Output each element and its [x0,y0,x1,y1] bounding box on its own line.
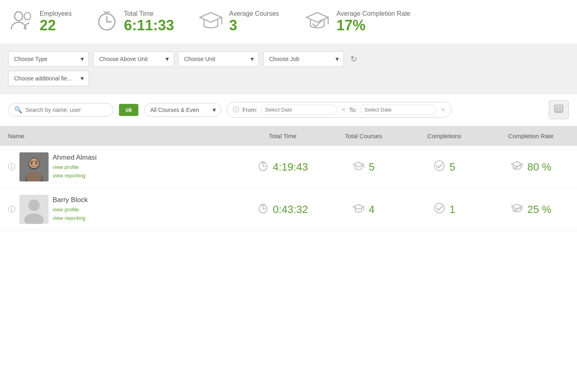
employees-icon [10,8,34,36]
svg-point-21 [36,162,38,164]
avg-courses-icon [198,9,223,35]
name-cell-1: ⓘ [0,146,242,188]
to-date-clear[interactable]: ✕ [440,106,445,114]
avg-completion-label: Average Completion Rate [337,10,411,17]
avg-courses-label: Average Courses [229,10,279,17]
to-date-input[interactable] [360,105,437,115]
search-box[interactable]: 🔍 [8,103,113,116]
view-profile-link-2[interactable]: view profile [53,206,88,214]
filter-row-1: Choose Type ▼ Choose Above Unit ▼ Choose… [8,51,569,67]
svg-point-31 [28,200,40,211]
svg-point-28 [435,161,444,171]
employees-value: 22 [40,17,72,34]
total-courses-cell-2: 4 [323,188,404,231]
search-section: 🔍 ok All Courses & Even ▼ ⓘ From: ✕ To: … [0,94,577,126]
completions-value-2: 1 [450,203,455,216]
name-cell-2: ⓘ Barry Block view profile view reportin… [0,188,242,231]
filter-row-2: Choose additional fie... ▼ [8,71,569,86]
total-time-value-1: 4:19:43 [273,161,308,173]
choose-type-wrapper[interactable]: Choose Type ▼ [8,51,89,67]
name-info-1: Ahmed Almasi view profile view reporting [53,154,97,180]
view-reporting-link-2[interactable]: view reporting [53,214,88,223]
table-body: ⓘ [0,146,577,231]
total-courses-value-1: 5 [369,161,374,173]
completions-cell-1: 5 [404,146,485,188]
employees-label: Employees [40,10,72,17]
total-time-value-2: 0:43:32 [273,203,308,216]
avg-courses-value: 3 [229,17,279,34]
courses-filter-select[interactable]: All Courses & Even [144,103,221,117]
completion-rate-cell-icon-2 [510,203,523,216]
avatar-1 [19,152,49,181]
time-cell-icon-1 [257,160,269,174]
total-courses-value-2: 4 [369,203,374,216]
choose-job-wrapper[interactable]: Choose Job ▼ [263,51,344,67]
svg-point-1 [24,13,31,20]
avg-completion-icon [303,9,331,35]
view-reporting-link-1[interactable]: view reporting [53,172,97,180]
stat-avg-completion: Average Completion Rate 17% [303,9,411,35]
col-name: Name [0,126,242,146]
row-info-icon-1[interactable]: ⓘ [8,162,15,172]
view-profile-link-1[interactable]: view profile [53,163,97,172]
from-date-clear[interactable]: ✕ [341,106,346,114]
total-time-value: 6:11:33 [124,17,174,34]
col-total-time: Total Time [242,126,323,146]
from-date-input[interactable] [261,105,337,115]
choose-above-unit-select[interactable]: Choose Above Unit [93,51,174,67]
filter-section: Choose Type ▼ Choose Above Unit ▼ Choose… [0,44,577,94]
svg-point-39 [435,203,444,213]
stat-employees: Employees 22 [10,8,72,36]
svg-point-0 [15,12,23,21]
additional-fields-select[interactable]: Choose additional fie... [8,71,89,86]
choose-job-select[interactable]: Choose Job [263,51,344,67]
time-cell-icon-2 [257,202,269,217]
stat-avg-courses: Average Courses 3 [198,9,279,35]
row-info-icon-2[interactable]: ⓘ [8,204,15,214]
search-icon: 🔍 [14,106,22,114]
stat-total-time: Total Time 6:11:33 [96,8,174,36]
completions-cell-2: 1 [404,188,485,231]
completion-rate-value-1: 80 % [527,161,551,173]
col-total-courses: Total Courses [323,126,404,146]
to-label: To: [349,107,357,113]
time-icon [96,8,118,36]
total-courses-cell-1: 5 [323,146,404,188]
choose-type-select[interactable]: Choose Type [8,51,89,67]
employee-name-1: Ahmed Almasi [53,154,97,162]
completion-rate-cell-2: 25 % [485,188,577,231]
table-row: ⓘ [0,146,577,188]
completion-rate-cell-1: 80 % [485,146,577,188]
avatar-2 [19,195,49,224]
employee-name-2: Barry Block [53,196,88,204]
ok-button[interactable]: ok [119,104,138,116]
col-completions: Completions [404,126,485,146]
from-label: From: [242,107,257,113]
choose-unit-wrapper[interactable]: Choose Unit ▼ [178,51,259,67]
total-time-cell-1: 4:19:43 [242,146,323,188]
col-completion-rate: Completion Rate [485,126,577,146]
additional-fields-wrapper[interactable]: Choose additional fie... ▼ [8,71,89,86]
choose-above-unit-wrapper[interactable]: Choose Above Unit ▼ [93,51,174,67]
employee-table: Name Total Time Total Courses Completion… [0,126,577,231]
date-filter-container: ⓘ From: ✕ To: ✕ [227,102,451,118]
choose-unit-select[interactable]: Choose Unit [178,51,259,67]
stats-bar: Employees 22 Total Time 6:11:33 [0,0,577,44]
completions-cell-icon-1 [433,160,445,175]
total-time-label: Total Time [124,10,174,17]
completion-rate-value-2: 25 % [527,203,551,216]
courses-cell-icon-2 [352,203,365,216]
avg-completion-value: 17% [337,17,411,34]
name-info-2: Barry Block view profile view reporting [53,196,88,223]
courses-filter-wrapper[interactable]: All Courses & Even ▼ [144,103,221,117]
completion-rate-cell-icon-1 [510,160,523,174]
refresh-button[interactable]: ↻ [348,52,360,66]
svg-point-20 [31,162,33,164]
total-time-cell-2: 0:43:32 [242,188,323,231]
search-input[interactable] [25,107,98,113]
completions-value-1: 5 [450,161,455,173]
courses-cell-icon-1 [352,160,365,174]
info-icon: ⓘ [233,105,239,114]
table-header: Name Total Time Total Courses Completion… [0,126,577,146]
excel-export-button[interactable] [549,100,569,119]
